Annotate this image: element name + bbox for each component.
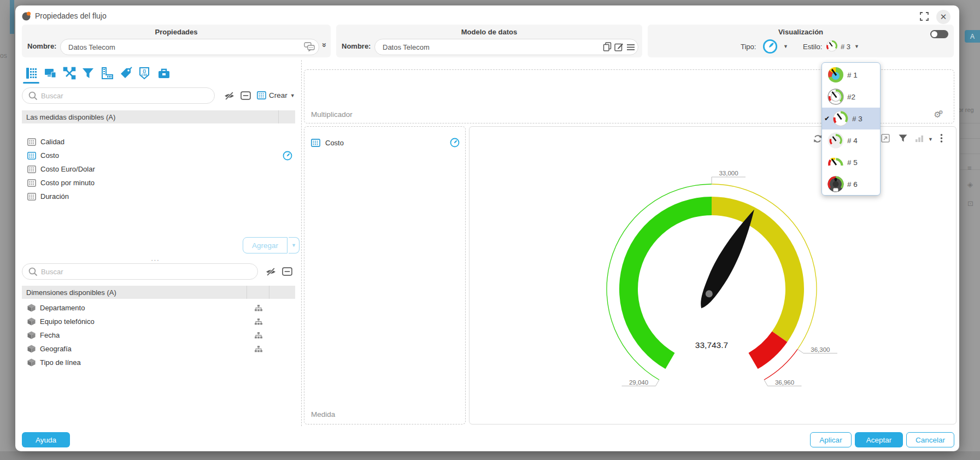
flow-properties-dialog: Propiedades del flujo ✕ Propiedades Nomb…	[15, 5, 959, 451]
agregar-button[interactable]: Agregar	[243, 237, 287, 253]
ayuda-button[interactable]: Ayuda	[22, 432, 70, 447]
panel-propiedades: Propiedades Nombre: »	[22, 25, 331, 57]
dialog-titlebar: Propiedades del flujo ✕	[15, 5, 959, 27]
hierarchy-icon[interactable]	[255, 319, 262, 325]
style-option-2[interactable]: #2	[822, 86, 880, 108]
measures-header: Las medidas disponibles (A)	[22, 110, 295, 123]
style-option-5[interactable]: # 5	[822, 151, 880, 173]
background-menu-icon: ≡	[967, 164, 972, 172]
estilo-caret-icon[interactable]: ▼	[854, 44, 859, 49]
splitter-grip[interactable]: ···	[151, 256, 160, 264]
aplicar-button[interactable]: Aplicar	[810, 432, 852, 447]
hamburger-icon[interactable]	[626, 44, 635, 51]
tab-filter-icon[interactable]	[81, 67, 95, 80]
svg-text:29,040: 29,040	[629, 379, 648, 386]
style-option-4[interactable]: # 4	[822, 129, 880, 151]
dimension-cube-icon	[27, 358, 36, 367]
medida-dropzone[interactable]: Costo Medida	[304, 126, 466, 424]
tab-links-icon[interactable]	[63, 67, 76, 80]
check-icon: ✔	[822, 115, 832, 122]
estilo-value[interactable]: # 3	[841, 43, 850, 51]
style-6-gauge-icon	[827, 175, 844, 193]
dimensions-header: Dimensiones disponibles (A)	[22, 286, 295, 299]
dimension-row-equipo[interactable]: Equipo telefónico	[22, 315, 295, 328]
tab-toolbox-icon[interactable]	[157, 67, 171, 80]
hide-empty-icon[interactable]	[224, 92, 234, 100]
close-icon[interactable]: ✕	[936, 10, 950, 24]
background-partial-button: A	[965, 30, 980, 43]
measure-row-duracion[interactable]: Duración	[22, 190, 295, 203]
background-divider	[960, 123, 980, 123]
measure-icon	[27, 138, 36, 146]
copy-icon[interactable]	[603, 42, 612, 51]
edit-icon[interactable]	[614, 42, 624, 51]
dimension-cube-icon	[27, 304, 36, 312]
hierarchy-icon[interactable]	[255, 346, 262, 352]
measure-row-costo[interactable]: Costo	[22, 149, 295, 162]
dimension-row-departamento[interactable]: Departamento	[22, 301, 295, 315]
tab-selected-underline	[23, 82, 39, 84]
search-icon	[28, 91, 38, 101]
svg-text:33,000: 33,000	[719, 170, 738, 176]
tab-fields-icon[interactable]	[25, 67, 38, 80]
panel-visualizacion: Visualización Tipo: ▼ Estilo: # 3 ▼	[648, 25, 954, 57]
background-accent-bar	[10, 0, 14, 34]
flow-icon	[22, 11, 31, 21]
current-style-icon[interactable]	[825, 39, 838, 52]
crear-label: Crear	[269, 91, 287, 99]
measure-row-costo-euro[interactable]: Costo Euro/Dolar	[22, 162, 295, 176]
tipo-caret-icon[interactable]: ▼	[783, 44, 788, 49]
measure-in-use-gauge-icon	[283, 151, 292, 161]
dimension-cube-icon	[27, 317, 36, 326]
style-5-gauge-icon	[827, 154, 844, 171]
tab-css-icon[interactable]: {} CSS	[138, 67, 151, 80]
style-option-1[interactable]: # 1	[822, 64, 880, 86]
tab-ruler-icon[interactable]	[101, 67, 114, 80]
svg-text:36,300: 36,300	[811, 346, 830, 353]
search-measures-input[interactable]	[22, 87, 215, 104]
multiplicador-label: Multiplicador	[311, 110, 353, 119]
collapse-card-icon[interactable]	[282, 267, 292, 276]
hide-empty-icon[interactable]	[266, 268, 276, 276]
measure-row-calidad[interactable]: Calidad	[22, 135, 295, 149]
svg-text:36,960: 36,960	[775, 379, 794, 386]
tab-screens-icon[interactable]	[44, 67, 57, 80]
fullscreen-icon[interactable]	[920, 12, 929, 21]
hierarchy-icon[interactable]	[255, 305, 262, 311]
svg-text:CSS: CSS	[142, 73, 148, 76]
dimension-row-geografia[interactable]: Geografía	[22, 342, 295, 356]
visualization-toggle[interactable]	[930, 30, 948, 38]
background-bottom-strip	[0, 451, 980, 460]
expand-more-icon[interactable]: »	[320, 43, 330, 47]
panel-visualizacion-header: Visualización	[648, 28, 954, 36]
style-dropdown-menu: # 1 #2 ✔ # 3	[821, 62, 881, 196]
style-option-6[interactable]: # 6	[822, 173, 880, 195]
measure-row-costo-minuto[interactable]: Costo por minuto	[22, 176, 295, 190]
measure-icon	[27, 166, 36, 173]
crear-button[interactable]: Crear ▼	[257, 91, 295, 99]
dialog-title: Propiedades del flujo	[35, 11, 107, 20]
crear-caret-icon: ▼	[290, 93, 295, 98]
tipo-label: Tipo:	[741, 43, 756, 51]
dimension-row-tipo-linea[interactable]: Tipo de línea	[22, 356, 295, 369]
cancelar-button[interactable]: Cancelar	[906, 432, 954, 447]
dimension-row-fecha[interactable]: Fecha	[22, 328, 295, 342]
style-3-gauge-icon	[832, 110, 849, 127]
background-cube-icon: ◈	[967, 180, 973, 188]
search-dimensions-input[interactable]	[22, 263, 258, 280]
measure-icon	[27, 179, 36, 187]
hierarchy-icon[interactable]	[255, 332, 262, 339]
measure-chip-costo[interactable]: Costo	[311, 138, 460, 148]
collapse-card-icon[interactable]	[240, 91, 251, 100]
chart-type-gauge-icon[interactable]	[762, 39, 778, 54]
panel-modelo-datos: Modelo de datos Nombre:	[336, 25, 642, 57]
tab-tag-icon[interactable]	[119, 67, 132, 80]
gears-icon[interactable]: ⚙⚙	[934, 110, 946, 120]
svg-text:{}: {}	[143, 68, 146, 73]
style-option-3-selected[interactable]: ✔ # 3	[822, 108, 880, 129]
flow-name-input[interactable]	[60, 39, 319, 55]
model-name-input[interactable]	[374, 39, 638, 55]
aceptar-button[interactable]: Aceptar	[855, 432, 903, 447]
translate-icon[interactable]	[304, 42, 315, 51]
agregar-caret-icon[interactable]: ▼	[289, 237, 300, 253]
